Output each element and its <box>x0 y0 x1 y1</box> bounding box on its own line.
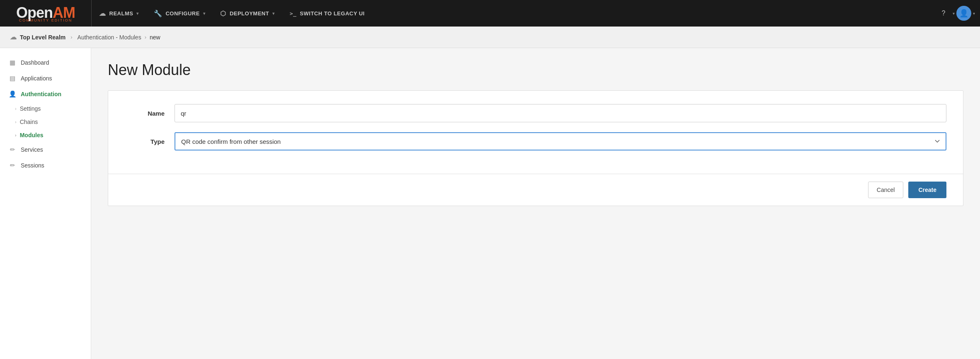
sidebar-label-modules: Modules <box>20 132 44 138</box>
logo-edition: COMMUNITY EDITION <box>16 18 75 22</box>
topnav-item-legacy[interactable]: >_ SWITCH TO LEGACY UI <box>282 0 372 27</box>
name-label: Name <box>125 110 175 117</box>
form-footer: Cancel Create <box>108 174 963 206</box>
help-chevron[interactable]: ▾ <box>953 11 955 16</box>
sidebar-label-applications: Applications <box>21 75 52 82</box>
sidebar-label-settings: Settings <box>20 105 41 112</box>
breadcrumb-realm[interactable]: ☁ Top Level Realm <box>10 33 65 41</box>
user-avatar[interactable]: 👤 <box>956 6 971 21</box>
type-label: Type <box>125 138 175 145</box>
topnav-label-configure: CONFIGURE <box>165 10 200 17</box>
form-body: Name Type QR code confirm from other ses… <box>108 91 963 174</box>
configure-icon: 🔧 <box>154 10 163 17</box>
topnav-label-legacy: SWITCH TO LEGACY UI <box>300 10 364 17</box>
topnav-item-deployment[interactable]: ⬡ DEPLOYMENT ▾ <box>213 0 282 27</box>
help-button[interactable]: ? <box>936 6 951 21</box>
new-module-form-card: Name Type QR code confirm from other ses… <box>108 90 963 206</box>
breadcrumb-path: Authentication - Modules › new <box>78 34 160 41</box>
topnav-item-realms[interactable]: ☁ REALMS ▾ <box>92 0 146 27</box>
name-row: Name <box>125 104 946 122</box>
logo[interactable]: OpenAM COMMUNITY EDITION <box>0 0 91 27</box>
sidebar-item-applications[interactable]: ▤ Applications <box>0 70 91 86</box>
chevron-down-icon-3: ▾ <box>272 11 275 16</box>
sidebar-item-authentication[interactable]: 👤 Authentication <box>0 86 91 102</box>
dashboard-icon: ▦ <box>8 59 17 66</box>
realm-label: Top Level Realm <box>20 34 65 41</box>
topnav-label-realms: REALMS <box>109 10 133 17</box>
breadcrumb-path-label[interactable]: Authentication - Modules <box>78 34 141 41</box>
applications-icon: ▤ <box>8 75 17 82</box>
topnav-right: ? ▾ 👤 ▾ <box>936 6 980 21</box>
main-layout: ▦ Dashboard ▤ Applications 👤 Authenticat… <box>0 48 980 359</box>
chevron-down-icon: ▾ <box>136 11 139 16</box>
realm-cloud-icon: ☁ <box>10 33 17 41</box>
sessions-icon: ✏ <box>8 162 17 169</box>
name-input[interactable] <box>175 104 946 122</box>
sidebar-item-sessions[interactable]: ✏ Sessions <box>0 158 91 173</box>
services-icon: ✏ <box>8 146 17 153</box>
user-chevron[interactable]: ▾ <box>973 11 975 16</box>
breadcrumb-separator: › <box>70 34 72 40</box>
deployment-icon: ⬡ <box>220 10 226 17</box>
chevron-right-chains: › <box>15 119 17 124</box>
type-select[interactable]: QR code confirm from other session Activ… <box>175 132 946 150</box>
topnav-label-deployment: DEPLOYMENT <box>230 10 269 17</box>
sidebar-label-dashboard: Dashboard <box>21 59 49 66</box>
sidebar: ▦ Dashboard ▤ Applications 👤 Authenticat… <box>0 48 91 359</box>
chevron-down-icon-2: ▾ <box>203 11 206 16</box>
sidebar-subitem-chains[interactable]: › Chains <box>15 115 91 129</box>
chevron-right-settings: › <box>15 106 17 111</box>
sidebar-label-authentication: Authentication <box>21 91 61 97</box>
create-button[interactable]: Create <box>908 182 946 198</box>
breadcrumb-bar: ☁ Top Level Realm › Authentication - Mod… <box>0 27 980 48</box>
sidebar-label-chains: Chains <box>20 119 38 125</box>
topnav-items: ☁ REALMS ▾ 🔧 CONFIGURE ▾ ⬡ DEPLOYMENT ▾ … <box>92 0 936 27</box>
chevron-right-modules: › <box>15 133 17 138</box>
topnav: OpenAM COMMUNITY EDITION ☁ REALMS ▾ 🔧 CO… <box>0 0 980 27</box>
sidebar-item-services[interactable]: ✏ Services <box>0 142 91 158</box>
cancel-button[interactable]: Cancel <box>868 182 904 198</box>
terminal-icon: >_ <box>290 10 297 17</box>
sidebar-subitem-modules[interactable]: › Modules <box>15 129 91 142</box>
page-title: New Module <box>108 61 963 79</box>
topnav-item-configure[interactable]: 🔧 CONFIGURE ▾ <box>146 0 213 27</box>
sidebar-subitem-settings[interactable]: › Settings <box>15 102 91 115</box>
sidebar-item-dashboard[interactable]: ▦ Dashboard <box>0 55 91 70</box>
sidebar-label-services: Services <box>21 146 43 153</box>
breadcrumb-separator-2: › <box>145 34 146 40</box>
type-row: Type QR code confirm from other session … <box>125 132 946 150</box>
cloud-icon: ☁ <box>99 10 106 17</box>
main-content: New Module Name Type QR code confirm fro… <box>91 48 980 359</box>
authentication-icon: 👤 <box>8 90 17 98</box>
breadcrumb-current: new <box>150 34 160 41</box>
sidebar-label-sessions: Sessions <box>21 162 44 169</box>
sidebar-sub-auth: › Settings › Chains › Modules <box>0 102 91 142</box>
